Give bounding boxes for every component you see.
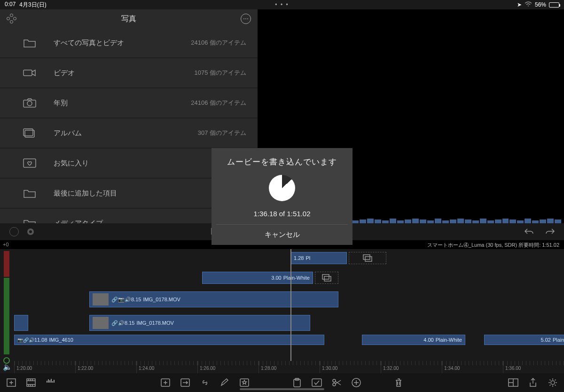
- export-dialog: ムービーを書き込んでいます 1:36.18 of 1:51.02 キャンセル: [212, 148, 352, 245]
- sidebar-item-count: 24106 個のアイテム: [191, 39, 246, 47]
- ruler-tick: 1:34.00: [442, 361, 503, 373]
- sidebar-item-label: ビデオ: [54, 69, 194, 78]
- ruler-tick: 1:28.00: [258, 361, 320, 373]
- add-circle-icon[interactable]: [351, 378, 362, 387]
- folder-icon: [23, 218, 37, 223]
- filmstrip-icon[interactable]: [25, 378, 37, 387]
- waveform-icon[interactable]: [45, 378, 56, 387]
- star-box-icon[interactable]: [239, 378, 250, 387]
- ruler-tick: 1:24.00: [136, 361, 197, 373]
- sidebar-item-label: アルバム: [54, 129, 198, 138]
- timeline[interactable]: 🔈 1.28Pl 3.00Plain-White 🔗 📷 🔊 8.15IMG_0…: [0, 249, 564, 373]
- status-date: 4月3日(日): [19, 1, 46, 9]
- clip-fragment[interactable]: [14, 315, 28, 331]
- options-icon[interactable]: ⋯: [241, 14, 251, 24]
- ruler-tick: 1:26.00: [197, 361, 258, 373]
- video-camera-icon: [23, 68, 37, 78]
- gear-icon[interactable]: [547, 378, 558, 387]
- bottom-toolbar: [0, 373, 564, 392]
- status-time: 0:07: [5, 1, 16, 9]
- battery-percent: 56%: [535, 1, 546, 8]
- clips-area[interactable]: 1.28Pl 3.00Plain-White 🔗 📷 🔊 8.15IMG_017…: [14, 249, 564, 361]
- status-bar: 0:07 4月3日(日) • • • ➤ 56%: [0, 0, 564, 9]
- folder-icon: [23, 188, 37, 198]
- svg-rect-0: [24, 70, 32, 76]
- trash-icon[interactable]: [393, 378, 404, 387]
- add-media-icon[interactable]: [6, 378, 17, 387]
- link-icon: 🔗: [111, 320, 118, 326]
- battery-icon: [549, 2, 559, 8]
- sidebar-item-all[interactable]: すべての写真とビデオ 24106 個のアイテム: [0, 28, 258, 57]
- link-icon[interactable]: [199, 378, 211, 387]
- heart-icon: [23, 158, 37, 168]
- progress-pie-icon: [269, 175, 295, 201]
- clip-title-4[interactable]: 5.02Plain-Whi: [484, 335, 564, 345]
- svg-rect-6: [363, 255, 370, 259]
- dialog-title: ムービーを書き込んでいます: [216, 157, 348, 167]
- sidebar-item-albums[interactable]: アルバム 307 個のアイテム: [0, 118, 258, 148]
- sidebar-item-label: 年別: [54, 99, 191, 108]
- audio-icon: 🔊: [118, 320, 125, 326]
- clip-audio-main[interactable]: 📷🔗🔊 11.08IMG_4610: [14, 335, 324, 345]
- ruler-tick: 1:22.00: [75, 361, 136, 373]
- sources-icon[interactable]: [7, 14, 17, 24]
- multitask-dots[interactable]: • • •: [275, 1, 289, 8]
- project-info: スマートホーム④_Luma (30 fps, SDR) 所要時間: 1:51.0…: [427, 242, 559, 249]
- clipboard-icon[interactable]: [291, 378, 303, 387]
- library-title: 写真: [121, 14, 136, 24]
- ruler-tick: 1:36.00: [503, 361, 564, 373]
- speaker-icon[interactable]: 🔈: [3, 362, 12, 371]
- record-icon[interactable]: [27, 228, 34, 235]
- location-icon: ➤: [517, 1, 522, 8]
- mic-icon: 📷🔗🔊: [17, 337, 34, 343]
- layout-icon[interactable]: [508, 378, 519, 387]
- ruler-tick: 1:20.00: [14, 361, 75, 373]
- audio-level-meter: [4, 251, 9, 364]
- svg-point-22: [551, 381, 555, 384]
- undo-icon[interactable]: [525, 228, 534, 236]
- sidebar-item-count: 24106 個のアイテム: [191, 99, 246, 107]
- svg-rect-8: [322, 274, 329, 279]
- sidebar-item-count: 307 個のアイテム: [198, 129, 246, 137]
- svg-rect-11: [27, 379, 35, 386]
- svg-rect-5: [24, 159, 36, 167]
- pencil-icon[interactable]: [219, 378, 230, 387]
- add-box-icon[interactable]: [160, 378, 171, 387]
- mic-icon: 📷: [118, 297, 125, 303]
- svg-point-18: [333, 379, 336, 382]
- sidebar-item-label: お気に入り: [54, 159, 236, 168]
- ruler-tick: 1:30.00: [320, 361, 381, 373]
- clip-placeholder[interactable]: [349, 252, 386, 264]
- approve-icon[interactable]: [9, 227, 19, 236]
- wifi-icon: [525, 1, 532, 8]
- svg-rect-7: [365, 257, 372, 261]
- clip-video-1[interactable]: 🔗 📷 🔊 8.15IMG_0178.MOV: [89, 291, 338, 307]
- svg-point-2: [27, 101, 32, 106]
- link-icon: 🔗: [111, 297, 118, 303]
- ruler-tick: 1:32.00: [381, 361, 442, 373]
- clip-placeholder[interactable]: [315, 272, 338, 284]
- share-icon[interactable]: [527, 378, 539, 387]
- time-ruler[interactable]: 1:20.00 1:22.00 1:24.00 1:26.00 1:28.00 …: [14, 361, 564, 373]
- clip-title-3[interactable]: 4.00Plain-White: [362, 335, 465, 345]
- playhead[interactable]: [290, 249, 291, 361]
- clip-thumbnail: [93, 317, 109, 329]
- clip-title-2[interactable]: 3.00Plain-White: [202, 272, 313, 284]
- scissors-icon[interactable]: [331, 378, 342, 387]
- cancel-button[interactable]: キャンセル: [216, 224, 348, 245]
- albums-icon: [23, 128, 37, 138]
- clip-title-1[interactable]: 1.28Pl: [290, 252, 347, 264]
- camera-icon: [23, 98, 37, 108]
- select-icon[interactable]: [311, 378, 322, 387]
- redo-icon[interactable]: [545, 228, 555, 236]
- clip-video-2[interactable]: 🔗 🔊 8.15IMG_0178.MOV: [89, 315, 310, 331]
- clip-thumbnail: [93, 293, 109, 306]
- sidebar-item-video[interactable]: ビデオ 1075 個のアイテム: [0, 58, 258, 87]
- audio-icon: 🔊: [125, 297, 131, 303]
- insert-icon[interactable]: [180, 378, 191, 387]
- volume-offset: +0: [3, 242, 9, 247]
- home-indicator[interactable]: [240, 388, 324, 390]
- sidebar-item-years[interactable]: 年別 24106 個のアイテム: [0, 88, 258, 118]
- sidebar-item-label: すべての写真とビデオ: [54, 39, 191, 47]
- sidebar-item-count: 1075 個のアイテム: [194, 69, 246, 77]
